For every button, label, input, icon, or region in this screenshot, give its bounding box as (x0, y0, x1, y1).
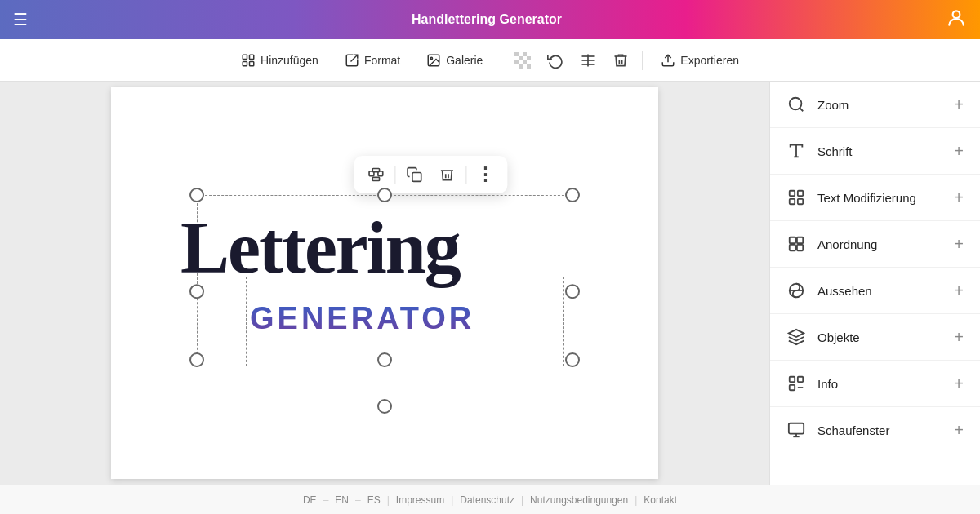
svg-rect-24 (372, 177, 379, 180)
handle-tr[interactable] (565, 188, 580, 202)
handle-bc[interactable] (377, 352, 392, 367)
svg-rect-43 (790, 385, 795, 390)
svg-rect-9 (523, 52, 527, 56)
footer-sep-5: | (521, 494, 523, 506)
schaufenster-plus[interactable]: + (954, 421, 964, 440)
arrangement-icon (786, 234, 806, 254)
topbar: ☰ Handlettering Generator (0, 0, 980, 39)
sel-divider-2 (466, 166, 466, 184)
svg-rect-11 (527, 56, 531, 60)
info-plus[interactable]: + (954, 374, 964, 393)
panel-item-text-mod[interactable]: Text Modifizierung + (770, 175, 980, 221)
lang-en[interactable]: EN (335, 494, 349, 506)
panel-item-zoom[interactable]: Zoom + (770, 82, 980, 128)
delete-sel-button[interactable] (433, 161, 461, 188)
handle-br[interactable] (565, 352, 580, 367)
kontakt-link[interactable]: Kontakt (644, 494, 677, 506)
canvas[interactable]: ⋮ Lettering GENE (111, 87, 658, 479)
zoom-label: Zoom (817, 98, 849, 112)
user-svg (946, 7, 967, 29)
canvas-area[interactable]: ⋮ Lettering GENE (0, 82, 769, 485)
info-icon (786, 374, 806, 393)
zoom-icon (786, 95, 806, 114)
impressum-link[interactable]: Impressum (396, 494, 444, 506)
handle-tl[interactable] (189, 188, 204, 202)
trash-icon (612, 52, 629, 69)
duplicate-button[interactable] (400, 161, 428, 188)
panel-item-aussehen-left: Aussehen (786, 281, 872, 300)
svg-rect-4 (250, 61, 254, 65)
export-button[interactable]: Exportieren (649, 48, 751, 73)
panel-item-info-left: Info (786, 374, 838, 393)
panel-item-aussehen[interactable]: Aussehen + (770, 268, 980, 314)
svg-rect-32 (790, 199, 795, 204)
selection-container[interactable]: ⋮ Lettering GENE (197, 195, 572, 391)
text-mod-icon (786, 188, 806, 207)
svg-rect-2 (250, 55, 254, 59)
generator-text[interactable]: GENERATOR (250, 301, 474, 336)
trash-button[interactable] (606, 46, 635, 75)
svg-rect-35 (797, 237, 803, 243)
panel-item-anordnung[interactable]: Anordnung + (770, 221, 980, 268)
handle-tc[interactable] (377, 188, 392, 202)
lang-es[interactable]: ES (368, 494, 381, 506)
svg-rect-14 (519, 64, 523, 69)
toolbar: Hinzufügen Format Galerie Exportieren (0, 39, 980, 82)
rotation-handle[interactable] (377, 399, 392, 414)
separator-2 (642, 51, 643, 70)
panel-item-schaufenster-left: Schaufenster (786, 420, 889, 440)
font-icon (786, 141, 806, 161)
handle-bl[interactable] (189, 352, 204, 367)
svg-line-5 (350, 55, 357, 61)
nutzungsbedingungen-link[interactable]: Nutzungsbedingungen (530, 494, 628, 506)
export-icon (661, 53, 675, 68)
aussehen-plus[interactable]: + (954, 281, 964, 300)
panel-item-info[interactable]: Info + (770, 361, 980, 407)
selection-toolbar: ⋮ (354, 156, 507, 193)
svg-point-26 (790, 98, 802, 110)
user-icon[interactable] (946, 7, 967, 33)
svg-rect-23 (372, 169, 379, 172)
datenschutz-link[interactable]: Datenschutz (460, 494, 514, 506)
right-panel: Zoom + Schrift + (769, 82, 980, 485)
svg-rect-45 (789, 423, 804, 434)
separator-1 (501, 51, 501, 70)
svg-marker-40 (789, 330, 804, 337)
format-icon (345, 53, 359, 68)
menu-icon[interactable]: ☰ (13, 10, 28, 29)
undo-button[interactable] (541, 46, 570, 75)
gallery-button[interactable]: Galerie (415, 48, 494, 73)
format-button[interactable]: Format (333, 48, 412, 73)
anordnung-plus[interactable]: + (954, 235, 964, 254)
panel-item-objekte[interactable]: Objekte + (770, 314, 980, 361)
schaufenster-label: Schaufenster (817, 423, 889, 437)
add-icon (241, 53, 256, 68)
duplicate-icon (406, 166, 422, 183)
svg-rect-12 (514, 60, 519, 64)
sel-divider-1 (394, 166, 395, 184)
svg-rect-42 (798, 377, 803, 382)
panel-item-objekte-left: Objekte (786, 327, 860, 347)
checkerboard-button[interactable] (508, 46, 537, 75)
objekte-plus[interactable]: + (954, 328, 964, 347)
footer-sep-1: – (323, 494, 329, 506)
anordnung-label: Anordnung (817, 237, 877, 251)
zoom-plus[interactable]: + (954, 95, 964, 114)
svg-rect-15 (527, 64, 531, 69)
add-button[interactable]: Hinzufügen (229, 48, 330, 73)
lang-de[interactable]: DE (303, 494, 317, 506)
text-mod-plus[interactable]: + (954, 188, 964, 207)
panel-item-anordnung-left: Anordnung (786, 234, 877, 254)
svg-rect-37 (797, 245, 803, 250)
grid-button[interactable] (573, 46, 603, 75)
text-mod-label: Text Modifizierung (817, 191, 916, 205)
group-button[interactable] (362, 161, 390, 188)
schrift-plus[interactable]: + (954, 142, 964, 161)
svg-point-7 (430, 57, 432, 59)
lettering-text[interactable]: Lettering (180, 211, 460, 285)
more-options-button[interactable]: ⋮ (471, 161, 499, 188)
footer-sep-3: | (387, 494, 390, 506)
panel-item-schaufenster[interactable]: Schaufenster + (770, 407, 980, 453)
panel-item-schrift[interactable]: Schrift + (770, 128, 980, 175)
handle-mr[interactable] (565, 284, 580, 299)
